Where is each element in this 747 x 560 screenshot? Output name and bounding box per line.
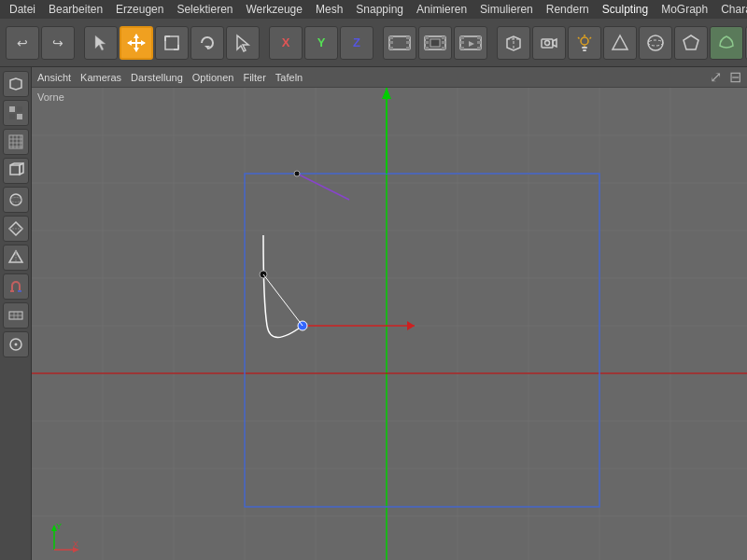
cursor-icon <box>233 34 252 52</box>
sidebar-cube2-icon <box>7 162 24 179</box>
menu-mesh[interactable]: Mesh <box>310 1 348 18</box>
axis-x-button[interactable]: X <box>269 26 303 60</box>
sidebar-octahedron-btn[interactable] <box>3 216 29 242</box>
y-label: Y <box>317 35 326 49</box>
sidebar-cube-icon <box>7 76 24 92</box>
geo4-button[interactable] <box>710 26 743 60</box>
rotate-icon <box>198 34 217 52</box>
svg-marker-0 <box>95 35 106 50</box>
menu-werkzeuge[interactable]: Werkzeuge <box>240 1 307 18</box>
geo3-button[interactable] <box>674 26 708 60</box>
sidebar-cube2-btn[interactable] <box>3 158 29 184</box>
sidebar-tetrahedron-btn[interactable] <box>3 245 29 271</box>
menu-animieren[interactable]: Animieren <box>411 1 472 18</box>
render-button-3[interactable] <box>454 26 487 60</box>
svg-rect-17 <box>389 47 393 49</box>
move-button[interactable] <box>120 26 153 60</box>
svg-point-43 <box>581 37 588 45</box>
menu-snapping[interactable]: Snapping <box>350 1 409 18</box>
svg-rect-68 <box>10 165 20 175</box>
undo-button[interactable] <box>6 26 39 60</box>
view-darstellung[interactable]: Darstellung <box>131 72 183 83</box>
sidebar-grid-btn[interactable] <box>3 129 29 155</box>
svg-rect-34 <box>477 41 481 44</box>
svg-rect-24 <box>425 47 429 49</box>
sidebar-sphere-btn[interactable] <box>3 187 29 213</box>
svg-point-42 <box>545 40 550 45</box>
svg-rect-22 <box>425 36 429 39</box>
layout-icon[interactable]: ⊟ <box>729 68 741 86</box>
light-object-button[interactable] <box>568 26 601 60</box>
svg-line-46 <box>578 37 580 39</box>
scale-button[interactable] <box>155 26 189 60</box>
menu-simulieren[interactable]: Simulieren <box>474 1 539 18</box>
svg-marker-41 <box>553 39 557 47</box>
sidebar-checker-btn[interactable] <box>3 100 29 126</box>
menu-selektieren[interactable]: Selektieren <box>171 1 238 18</box>
geo2-icon <box>645 33 666 53</box>
select-button[interactable] <box>84 26 118 60</box>
svg-rect-20 <box>406 47 410 49</box>
svg-rect-15 <box>389 36 393 39</box>
menu-erzeugen[interactable]: Erzeugen <box>110 1 169 18</box>
geo1-button[interactable] <box>603 26 637 60</box>
sidebar-grid-icon <box>7 133 24 150</box>
svg-rect-49 <box>583 49 586 51</box>
redo-icon <box>52 35 63 50</box>
menu-bearbeiten[interactable]: Bearbeiten <box>43 1 108 18</box>
move-icon <box>126 33 147 53</box>
sidebar-checker-icon <box>7 105 24 121</box>
svg-rect-31 <box>460 41 464 44</box>
svg-point-51 <box>648 35 663 50</box>
svg-marker-3 <box>134 34 139 38</box>
light-icon <box>574 33 595 53</box>
filmstrip-icon-3 <box>458 33 483 53</box>
sidebar-magnet-btn[interactable] <box>3 273 29 300</box>
x-label: X <box>282 35 290 49</box>
svg-marker-5 <box>127 40 132 46</box>
menu-mograph[interactable]: MoGraph <box>655 1 713 18</box>
svg-rect-33 <box>477 36 481 39</box>
cube-object-button[interactable] <box>497 26 530 60</box>
sidebar-gridflat-btn[interactable] <box>3 302 29 329</box>
sidebar-cube-btn[interactable] <box>3 71 29 97</box>
filmstrip-icon-1 <box>388 33 412 53</box>
expand-icon[interactable]: ⤢ <box>710 68 722 86</box>
svg-marker-53 <box>684 35 698 49</box>
view-optionen[interactable]: Optionen <box>192 72 234 83</box>
svg-marker-6 <box>141 40 146 46</box>
svg-rect-25 <box>442 36 445 39</box>
render-button-1[interactable] <box>383 26 416 60</box>
svg-rect-30 <box>460 36 464 39</box>
svg-rect-58 <box>17 106 22 112</box>
axis-y-button[interactable]: Y <box>304 26 338 60</box>
view-kameras[interactable]: Kameras <box>80 72 121 83</box>
geo2-button[interactable] <box>639 26 672 60</box>
sidebar-gridflat-icon <box>7 307 24 324</box>
view-ansicht[interactable]: Ansicht <box>37 72 71 83</box>
svg-point-113 <box>294 171 300 176</box>
viewport[interactable]: Y X Vorne <box>32 88 747 560</box>
view-filter[interactable]: Filter <box>243 72 265 83</box>
redo-button[interactable] <box>41 26 75 60</box>
svg-marker-13 <box>237 35 248 51</box>
menu-datei[interactable]: Datei <box>4 1 41 18</box>
view-toolbar-right: ⤢ ⊟ <box>710 68 741 86</box>
svg-rect-26 <box>442 41 445 44</box>
menu-rendern[interactable]: Rendern <box>541 1 595 18</box>
undo-icon <box>17 35 28 50</box>
cursor-button[interactable] <box>226 26 260 60</box>
sidebar-magnet-icon <box>7 278 24 295</box>
view-tafeln[interactable]: Tafeln <box>275 72 303 83</box>
sidebar-sphere-icon <box>7 191 24 208</box>
sidebar-circle-btn[interactable] <box>3 331 29 357</box>
toolbar-group-objects <box>497 26 747 60</box>
render-button-2[interactable] <box>418 26 452 60</box>
menu-charakter[interactable]: Charakter <box>715 1 747 18</box>
axis-z-button[interactable]: Z <box>340 26 374 60</box>
camera-object-button[interactable] <box>532 26 566 60</box>
menu-sculpting[interactable]: Sculpting <box>597 1 654 18</box>
svg-marker-108 <box>407 321 415 330</box>
svg-rect-60 <box>17 114 22 119</box>
rotate-button[interactable] <box>190 26 224 60</box>
